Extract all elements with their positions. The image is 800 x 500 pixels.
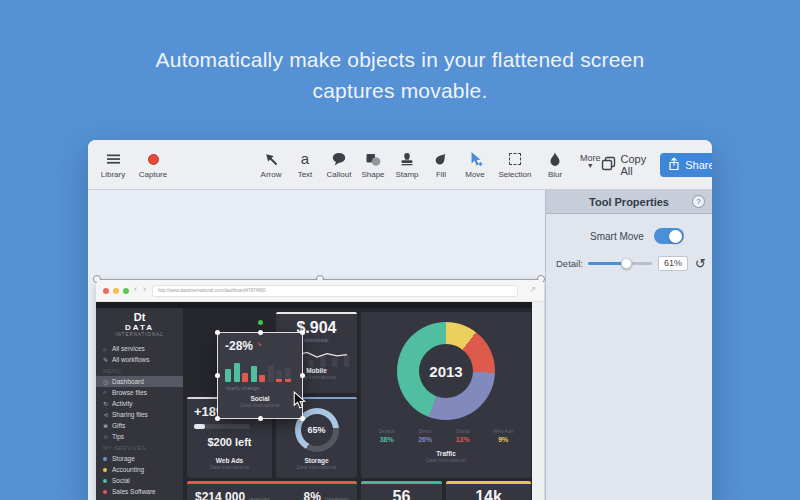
storage-value: 65%: [301, 414, 333, 446]
reset-icon[interactable]: ↺: [695, 257, 706, 270]
social-subtitle: Data International: [225, 402, 295, 408]
mouse-cursor: [293, 391, 306, 414]
web-ads-remaining: $200 left: [194, 436, 265, 448]
sales-revenue-caption: revenues: [249, 496, 270, 500]
smart-move-toggle[interactable]: [654, 228, 684, 244]
selection-tool[interactable]: Selection: [494, 151, 536, 179]
traffic-donut-chart: 2013: [397, 322, 495, 420]
resize-handle[interactable]: [300, 373, 305, 378]
move-tool[interactable]: Move: [460, 151, 490, 179]
service-dot: [103, 490, 107, 494]
library-tool[interactable]: Library: [98, 151, 128, 179]
headline-line2: captures movable.: [0, 75, 800, 106]
folder-panel: 56 files uploaded 78% Folder: [361, 481, 442, 500]
resize-handle[interactable]: [215, 416, 220, 421]
bar: [276, 370, 282, 382]
share-icon: [668, 157, 680, 173]
storage-subtitle: Data International: [276, 464, 357, 470]
stamp-tool-label: Stamp: [395, 170, 418, 179]
traffic-subtitle: Data International: [361, 457, 531, 463]
minimize-traffic-light: [113, 288, 119, 294]
legend-item: Search 38%: [379, 428, 395, 443]
detail-label: Detail:: [556, 258, 583, 269]
shape-tool[interactable]: Shape: [358, 151, 388, 179]
sales-revenue: $214 000: [195, 490, 245, 500]
slider-thumb[interactable]: [621, 258, 632, 269]
social-caption: Yearly change: [225, 385, 295, 391]
sidebar-item-tips: ☆Tips: [96, 431, 183, 442]
resize-handle[interactable]: [258, 330, 263, 335]
resize-handle[interactable]: [215, 330, 220, 335]
library-tool-label: Library: [101, 170, 125, 179]
marketing-page: Automatically make objects in your flatt…: [0, 0, 800, 500]
capture-icon: [148, 151, 159, 168]
traffic-panel: 2013 Search 38%Direct 26%Social 13%Web A…: [361, 312, 531, 478]
shape-tool-label: Shape: [361, 170, 384, 179]
sales-panel: $214 000 revenues 8% conversion Sales So…: [187, 481, 357, 500]
social-title: Social: [225, 395, 295, 402]
home-icon: ⌂: [103, 346, 112, 352]
dashboard: Dt DATA INTERNATIONAL⌂All services✎All w…: [96, 302, 544, 500]
selection-tool-label: Selection: [499, 170, 532, 179]
browser-chrome: ‹ › http://www.datainternational.com/das…: [96, 280, 544, 302]
sidebar-item-gifts: ❀Gifts: [96, 420, 183, 431]
storage-title: Storage: [276, 457, 357, 464]
accounting-value: 14k: [446, 488, 531, 500]
rotate-handle[interactable]: [258, 320, 263, 325]
editor-canvas[interactable]: ‹ › http://www.datainternational.com/das…: [88, 190, 545, 500]
headline: Automatically make objects in your flatt…: [0, 44, 800, 106]
more-label: More: [580, 153, 601, 163]
resize-handle[interactable]: [215, 373, 220, 378]
sidebar-item-storage: Storage: [96, 453, 183, 464]
sidebar-section-header: MENU: [96, 365, 183, 376]
sales-conversion-caption: conversion: [325, 496, 349, 500]
share-label: Share: [685, 159, 712, 171]
arrow-icon: [263, 151, 279, 168]
help-button[interactable]: ?: [692, 195, 705, 208]
legend-item: Direct 26%: [418, 428, 432, 443]
social-panel-movable-object[interactable]: -28% ↘ Yearly change Social Data Interna…: [218, 333, 302, 418]
blur-tool-label: Blur: [548, 170, 562, 179]
dashboard-main: $.904 downloads Mobile Data Internationa…: [183, 308, 544, 500]
detail-value-box[interactable]: 61%: [658, 256, 688, 271]
browser-scrollbar: [532, 302, 544, 500]
capture-tool[interactable]: Capture: [138, 151, 168, 179]
fill-icon: [433, 151, 449, 168]
fill-tool[interactable]: Fill: [426, 151, 456, 179]
traffic-legend: Search 38%Direct 26%Social 13%Web Ads 9%: [361, 428, 531, 443]
bar: [268, 365, 274, 382]
copy-all-button[interactable]: Copy All: [601, 153, 647, 177]
text-tool-label: Text: [298, 170, 313, 179]
traffic-title: Traffic: [361, 450, 531, 457]
share-button[interactable]: Share: [660, 153, 712, 177]
more-tools-button[interactable]: More ▼: [580, 153, 601, 169]
service-dot: [103, 479, 107, 483]
arrow-tool[interactable]: Arrow: [256, 151, 286, 179]
callout-tool-label: Callout: [327, 170, 352, 179]
copy-icon: [601, 156, 616, 173]
callout-tool[interactable]: Callout: [324, 151, 354, 179]
detail-slider[interactable]: [588, 262, 652, 265]
stamp-tool[interactable]: Stamp: [392, 151, 422, 179]
legend-item: Web Ads 9%: [493, 428, 513, 443]
web-ads-subtitle: Data International: [194, 464, 265, 470]
text-tool[interactable]: a Text: [290, 151, 320, 179]
sidebar-section-header: MY SERVICES: [96, 442, 183, 453]
sidebar-item-activity: ↻Activity: [96, 398, 183, 409]
service-dot: [103, 457, 107, 461]
captured-screenshot[interactable]: ‹ › http://www.datainternational.com/das…: [96, 280, 544, 500]
blur-tool[interactable]: Blur: [540, 151, 570, 179]
traffic-year: 2013: [419, 344, 473, 398]
bar: [242, 373, 248, 382]
social-value: -28%: [225, 339, 253, 353]
resize-handle[interactable]: [300, 330, 305, 335]
social-bar-chart: [225, 358, 295, 382]
resize-handle[interactable]: [258, 416, 263, 421]
expand-icon: ↗: [529, 285, 536, 294]
tool-properties-header: Tool Properties ?: [546, 190, 712, 214]
clock-icon: ◷: [103, 378, 112, 385]
resize-handle[interactable]: [300, 416, 305, 421]
pen-icon: ✎: [103, 356, 112, 363]
refresh-icon: ↻: [103, 400, 112, 407]
search-icon: ⌕: [103, 389, 112, 396]
